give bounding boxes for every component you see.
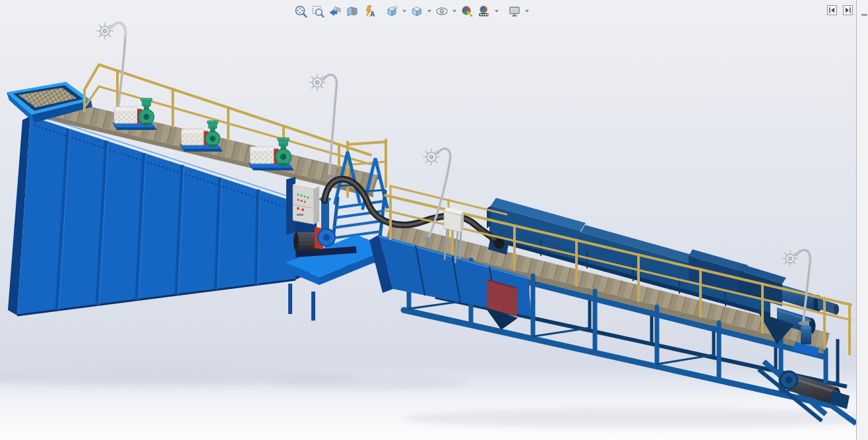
view-orientation-dropdown[interactable] [400,3,408,19]
svg-text:A: A [370,11,375,18]
heads-up-view-toolbar: A [292,3,530,19]
apply-scene-icon[interactable] [476,3,492,19]
view-settings-icon[interactable] [506,3,522,19]
section-view-icon[interactable] [344,3,360,19]
screw-press-assembly[interactable] [369,198,856,424]
previous-view-icon[interactable] [326,3,343,19]
cad-viewport[interactable]: A [0,0,868,440]
display-style-dropdown[interactable] [425,3,433,19]
floor-shadows [0,369,868,428]
apply-scene-dropdown[interactable] [493,3,500,19]
view-settings-dropdown[interactable] [523,3,530,19]
collapse-pane-left-button[interactable] [827,5,837,15]
task-pane-drag-handle[interactable] [861,14,867,16]
flotation-tank-assembly[interactable] [7,23,390,321]
display-style-icon[interactable] [408,3,425,19]
dosing-pump-2[interactable] [179,121,223,152]
scene-svg[interactable] [0,0,868,440]
view-orientation-icon[interactable] [383,3,400,19]
hide-show-items-icon[interactable] [433,3,450,19]
expand-pane-right-button[interactable] [843,5,853,15]
gooseneck-lamp-1[interactable] [97,23,125,119]
zoom-to-fit-icon[interactable] [292,3,309,19]
task-pane-edge[interactable] [856,0,868,440]
zoom-to-area-icon[interactable] [309,3,326,19]
control-cabinet[interactable] [293,182,319,224]
hide-show-items-dropdown[interactable] [450,3,458,19]
display-pane-controls [827,5,853,15]
dosing-pump-3[interactable] [248,138,294,170]
edit-appearance-icon[interactable] [458,3,475,19]
annotation-views-icon[interactable]: A [361,3,377,19]
